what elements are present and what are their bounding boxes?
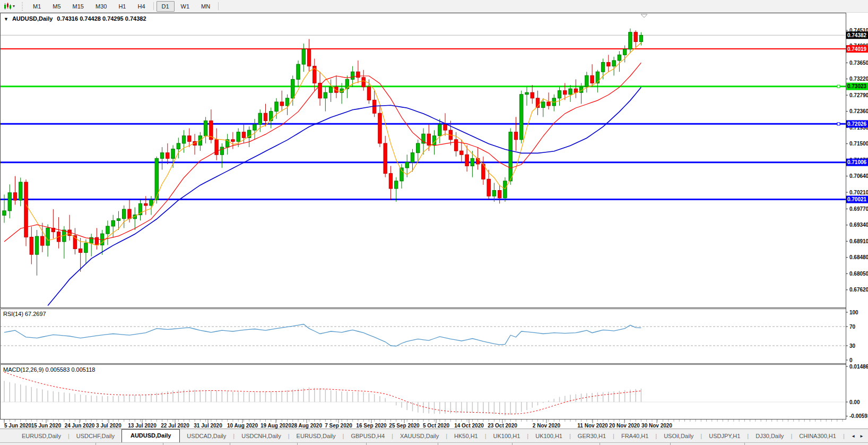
status-separator — [512, 443, 513, 445]
price-badge: 0.70021 — [846, 196, 868, 203]
chart-type-dropdown-button[interactable]: ▾ — [2, 2, 17, 11]
toolbar-drag-handle[interactable] — [21, 2, 24, 11]
svg-text:10 Aug 2020: 10 Aug 2020 — [227, 423, 258, 429]
svg-text:0.72360: 0.72360 — [849, 108, 868, 114]
svg-text:0.72790: 0.72790 — [849, 92, 868, 98]
dropdown-caret-icon: ▾ — [13, 4, 15, 8]
tab-scroll-right-icon[interactable]: ► — [860, 434, 864, 439]
svg-text:70: 70 — [849, 324, 856, 330]
time-axis: 5 Jun 202015 Jun 202024 Jun 20203 Jul 20… — [4, 420, 843, 429]
timeframe-button-m5[interactable]: M5 — [47, 1, 66, 12]
timeframe-button-m1[interactable]: M1 — [28, 1, 46, 12]
svg-text:25 Sep 2020: 25 Sep 2020 — [389, 423, 420, 429]
status-separator — [438, 443, 438, 445]
status-separator — [96, 443, 96, 445]
svg-text:30: 30 — [849, 343, 856, 349]
tab-16-china300-h1[interactable]: CHINA300,H1 — [792, 430, 843, 442]
svg-text:3 Jul 2020: 3 Jul 2020 — [96, 423, 121, 429]
tab-0-eurusd-daily[interactable]: EURUSD,Daily — [15, 430, 68, 442]
tab-6-gbpusd-h4[interactable]: GBPUSD,H4 — [344, 430, 392, 442]
svg-text:0.70021: 0.70021 — [847, 196, 867, 202]
svg-text:0.67620: 0.67620 — [849, 287, 868, 293]
timeframe-button-m30[interactable]: M30 — [90, 1, 112, 12]
timeframe-button-d1[interactable]: D1 — [157, 1, 175, 12]
svg-text:0.69770: 0.69770 — [849, 206, 868, 212]
svg-text:23 Oct 2020: 23 Oct 2020 — [488, 423, 517, 429]
level-line-handle[interactable] — [837, 85, 840, 88]
tab-12-fra40-h1[interactable]: FRA40,H1 — [614, 430, 655, 442]
tab-2-audusd-daily[interactable]: AUDUSD,Daily — [121, 429, 180, 442]
timeframe-button-w1[interactable]: W1 — [176, 1, 195, 12]
candlestick-chart-icon — [4, 3, 12, 10]
tab-4-usdcnh-daily[interactable]: USDCNH,Daily — [235, 430, 288, 442]
svg-text:24 Jun 2020: 24 Jun 2020 — [65, 423, 95, 429]
svg-text:11 Nov 2020: 11 Nov 2020 — [577, 423, 608, 429]
status-separator — [670, 443, 671, 445]
svg-text:20 Nov 2020: 20 Nov 2020 — [609, 423, 640, 429]
svg-text:5 Oct 2020: 5 Oct 2020 — [423, 423, 449, 429]
tab-11-ger30-h1[interactable]: GER30,H1 — [571, 430, 613, 442]
toolbar: ▾ M1M5M15M30H1H4D1W1MN — [0, 0, 868, 13]
status-bar — [0, 442, 868, 445]
tab-1-usdchf-daily[interactable]: USDCHF,Daily — [70, 430, 121, 442]
tab-scroll-arrows: ◄ ► — [846, 430, 868, 442]
svg-text:28 Aug 2020: 28 Aug 2020 — [291, 423, 322, 429]
price-chart-canvas[interactable]: 0.745100.740900.736500.732200.727900.723… — [0, 0, 868, 445]
rsi-label: RSI(14) 67.2697 — [3, 311, 46, 317]
svg-text:5 Jun 2020: 5 Jun 2020 — [4, 423, 32, 429]
timeframe-button-mn[interactable]: MN — [196, 1, 215, 12]
tab-8-hk50-h1[interactable]: HK50,H1 — [447, 430, 485, 442]
tab-9-uk100-h1[interactable]: UK100,H1 — [487, 430, 527, 442]
svg-text:16 Sep 2020: 16 Sep 2020 — [356, 423, 387, 429]
timeframe-button-h1[interactable]: H1 — [113, 1, 131, 12]
price-badge: 0.74019 — [846, 45, 868, 53]
svg-text:0.73220: 0.73220 — [849, 76, 868, 82]
status-separator — [744, 443, 745, 445]
chart-symbol-label: AUDUSD,Daily — [12, 15, 53, 22]
svg-text:0.69340: 0.69340 — [849, 222, 868, 228]
svg-text:0.74382: 0.74382 — [847, 32, 867, 38]
svg-text:15 Jun 2020: 15 Jun 2020 — [31, 423, 62, 429]
svg-text:0.71500: 0.71500 — [849, 141, 868, 147]
svg-text:22 Jul 2020: 22 Jul 2020 — [161, 423, 189, 429]
svg-text:0.68480: 0.68480 — [849, 254, 868, 260]
tab-14-usdjpy-h1[interactable]: USDJPY,H1 — [702, 430, 747, 442]
tab-7-xauusd-daily[interactable]: XAUUSD,Daily — [393, 430, 446, 442]
status-separator — [297, 443, 298, 445]
tab-15-dj30-daily[interactable]: DJ30,Daily — [749, 430, 791, 442]
tab-13-usoil-daily[interactable]: USOil,Daily — [657, 430, 700, 442]
level-line-handle[interactable] — [837, 123, 840, 125]
svg-text:30 Nov 2020: 30 Nov 2020 — [641, 423, 672, 429]
price-badge: 0.72026 — [846, 120, 868, 127]
tab-5-eurusd-daily[interactable]: EURUSD,Daily — [290, 430, 343, 442]
status-separator — [230, 443, 230, 445]
svg-text:0.74019: 0.74019 — [847, 46, 867, 52]
svg-text:0.00: 0.00 — [849, 399, 860, 405]
status-separator — [366, 443, 367, 445]
svg-text:0.71006: 0.71006 — [847, 159, 867, 165]
svg-text:0.68910: 0.68910 — [849, 238, 868, 244]
tab-3-usdcad-daily[interactable]: USDCAD,Daily — [180, 430, 233, 442]
svg-text:0: 0 — [849, 357, 853, 363]
svg-text:0.73650: 0.73650 — [849, 60, 868, 66]
collapse-triangle-icon[interactable]: ▼ — [4, 16, 8, 22]
chart-ohlc-values: 0.74316 0.74428 0.74295 0.74382 — [57, 15, 146, 22]
tab-10-uk100-h1[interactable]: UK100,H1 — [528, 430, 569, 442]
timeframe-button-h4[interactable]: H4 — [132, 1, 150, 12]
svg-text:-0.00593: -0.00593 — [849, 413, 868, 419]
tab-scroll-left-icon[interactable]: ◄ — [851, 434, 855, 439]
svg-text:0.014861: 0.014861 — [849, 364, 868, 370]
svg-text:0.70210: 0.70210 — [849, 190, 868, 195]
status-separator — [600, 443, 600, 445]
svg-text:0.72026: 0.72026 — [847, 121, 867, 127]
svg-text:7 Sep 2020: 7 Sep 2020 — [325, 423, 352, 429]
svg-text:14 Oct 2020: 14 Oct 2020 — [454, 423, 484, 429]
svg-text:0.73023: 0.73023 — [847, 83, 867, 89]
chart-tabbar: EURUSD,Daily|USDCHF,DailyAUDUSD,DailyUSD… — [0, 429, 868, 442]
price-badge: 0.71006 — [846, 159, 868, 166]
svg-text:0.68050: 0.68050 — [849, 271, 868, 277]
status-separator — [163, 443, 163, 445]
timeframe-button-m15[interactable]: M15 — [67, 1, 89, 12]
svg-text:13 Jul 2020: 13 Jul 2020 — [128, 423, 157, 429]
macd-label: MACD(12,26,9) 0.005583 0.005118 — [3, 366, 95, 373]
